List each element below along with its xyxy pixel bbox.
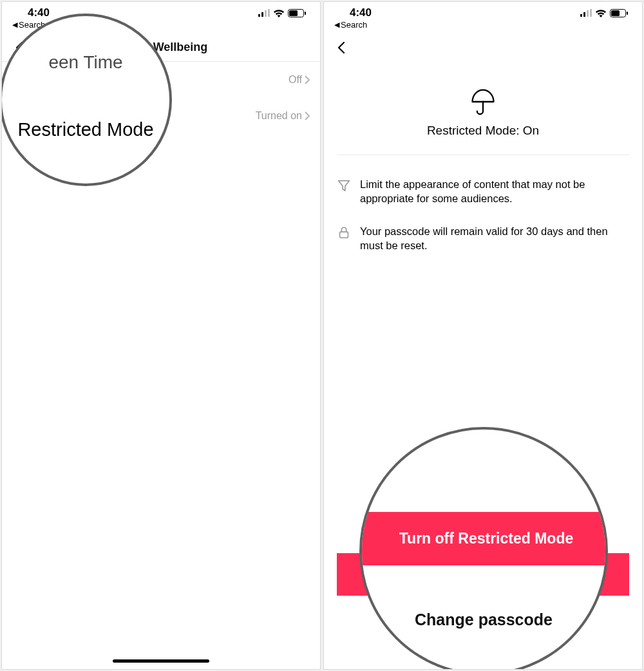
svg-rect-9 xyxy=(587,10,589,17)
magnifier-turn-off: Turn off Restricted Mode Change passcode xyxy=(359,427,608,670)
svg-rect-3 xyxy=(268,9,270,17)
breadcrumb-caret-icon: ◀ xyxy=(12,21,17,29)
setting-value: Off xyxy=(289,74,310,86)
svg-rect-10 xyxy=(590,9,592,17)
svg-rect-7 xyxy=(580,14,582,17)
chevron-left-icon xyxy=(334,40,350,55)
screenshot-left: 4:40 ◀ Search Digital Wellbeing --- Off … xyxy=(1,1,321,670)
signal-icon xyxy=(580,9,592,17)
setting-row-restricted-mode[interactable]: --- Turned on xyxy=(12,98,310,134)
setting-value: Turned on xyxy=(256,110,310,122)
status-icons xyxy=(258,9,306,17)
info-item-passcode: Your passcode will remain valid for 30 d… xyxy=(337,215,629,262)
signal-icon xyxy=(258,9,270,17)
status-bar: 4:40 xyxy=(2,2,320,20)
breadcrumb[interactable]: ◀ Search xyxy=(2,20,320,33)
battery-icon xyxy=(288,9,306,17)
wifi-icon xyxy=(273,9,285,17)
svg-rect-13 xyxy=(627,12,628,15)
breadcrumb[interactable]: ◀ Search xyxy=(324,20,642,33)
value-text: Turned on xyxy=(256,110,302,122)
filter-icon xyxy=(337,178,351,193)
breadcrumb-caret-icon: ◀ xyxy=(334,21,339,29)
setting-row-screen-time[interactable]: --- Off xyxy=(12,62,310,98)
restricted-mode-header xyxy=(324,33,642,62)
digital-wellbeing-header: Digital Wellbeing xyxy=(2,33,320,62)
status-bar: 4:40 xyxy=(324,2,642,20)
umbrella-icon xyxy=(469,88,497,116)
lock-icon xyxy=(337,225,351,240)
svg-rect-5 xyxy=(289,10,298,16)
chevron-right-icon xyxy=(305,75,310,84)
home-indicator[interactable] xyxy=(113,659,209,663)
svg-rect-14 xyxy=(340,232,348,238)
wifi-icon xyxy=(595,9,607,17)
back-button[interactable] xyxy=(334,40,350,55)
restricted-mode-title-block: Restricted Mode: On xyxy=(324,62,642,155)
page-title: Digital Wellbeing xyxy=(115,41,208,54)
info-item-filter: Limit the appearance of content that may… xyxy=(337,168,629,215)
chevron-right-icon xyxy=(305,111,310,120)
svg-rect-1 xyxy=(261,12,263,17)
svg-rect-8 xyxy=(583,12,585,17)
info-text: Your passcode will remain valid for 30 d… xyxy=(360,224,629,253)
change-passcode-button[interactable]: Change passcode xyxy=(431,616,536,630)
turn-off-restricted-mode-button[interactable]: Turn off Restricted Mode xyxy=(337,553,629,596)
breadcrumb-label: Search xyxy=(19,20,45,30)
svg-rect-0 xyxy=(258,14,260,17)
info-text: Limit the appearance of content that may… xyxy=(360,177,629,206)
svg-rect-2 xyxy=(265,10,267,17)
settings-list: --- Off --- Turned on xyxy=(2,62,320,134)
status-time: 4:40 xyxy=(350,6,372,19)
svg-rect-6 xyxy=(305,12,306,15)
status-time: 4:40 xyxy=(28,6,50,19)
back-button[interactable] xyxy=(12,40,28,55)
breadcrumb-label: Search xyxy=(341,20,367,30)
status-icons xyxy=(580,9,628,17)
battery-icon xyxy=(610,9,628,17)
svg-rect-12 xyxy=(611,10,620,16)
bottom-actions: Turn off Restricted Mode Change passcode xyxy=(324,553,642,630)
restricted-mode-status: Restricted Mode: On xyxy=(427,124,539,138)
chevron-left-icon xyxy=(12,40,28,55)
screenshot-right: 4:40 ◀ Search Restricted Mode: On Limit … xyxy=(323,1,643,670)
value-text: Off xyxy=(289,74,302,86)
info-list: Limit the appearance of content that may… xyxy=(324,155,642,261)
